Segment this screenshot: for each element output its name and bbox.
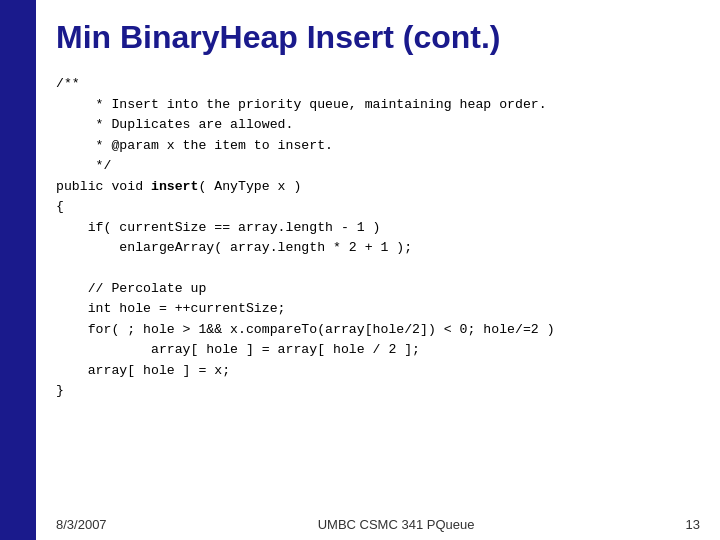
code-line-16: }: [56, 383, 64, 398]
code-line-7: {: [56, 199, 64, 214]
footer-page: 13: [686, 517, 700, 532]
code-line-11: // Percolate up: [56, 281, 206, 296]
left-accent-bar: [0, 0, 36, 540]
code-line-4: * @param x the item to insert.: [56, 138, 333, 153]
code-line-14: array[ hole ] = array[ hole / 2 ];: [56, 342, 420, 357]
code-block: /** * Insert into the priority queue, ma…: [56, 74, 696, 401]
code-line-8: if( currentSize == array.length - 1 ): [56, 220, 380, 235]
code-line-1: /**: [56, 76, 80, 91]
code-line-3: * Duplicates are allowed.: [56, 117, 293, 132]
code-line-9: enlargeArray( array.length * 2 + 1 );: [56, 240, 412, 255]
code-line-10: [56, 260, 64, 275]
footer-date: 8/3/2007: [56, 517, 107, 532]
footer-course: UMBC CSMC 341 PQueue: [107, 517, 686, 532]
code-line-6: public void insert( AnyType x ): [56, 179, 301, 194]
slide-footer: 8/3/2007 UMBC CSMC 341 PQueue 13: [36, 517, 720, 532]
content-area: Min BinaryHeap Insert (cont.) /** * Inse…: [36, 0, 720, 540]
code-line-5: */: [56, 158, 111, 173]
code-line-2: * Insert into the priority queue, mainta…: [56, 97, 547, 112]
code-line-12: int hole = ++currentSize;: [56, 301, 286, 316]
slide: Min BinaryHeap Insert (cont.) /** * Inse…: [0, 0, 720, 540]
code-line-13: for( ; hole > 1&& x.compareTo(array[hole…: [56, 322, 555, 337]
slide-title: Min BinaryHeap Insert (cont.): [56, 18, 696, 56]
code-line-15: array[ hole ] = x;: [56, 363, 230, 378]
